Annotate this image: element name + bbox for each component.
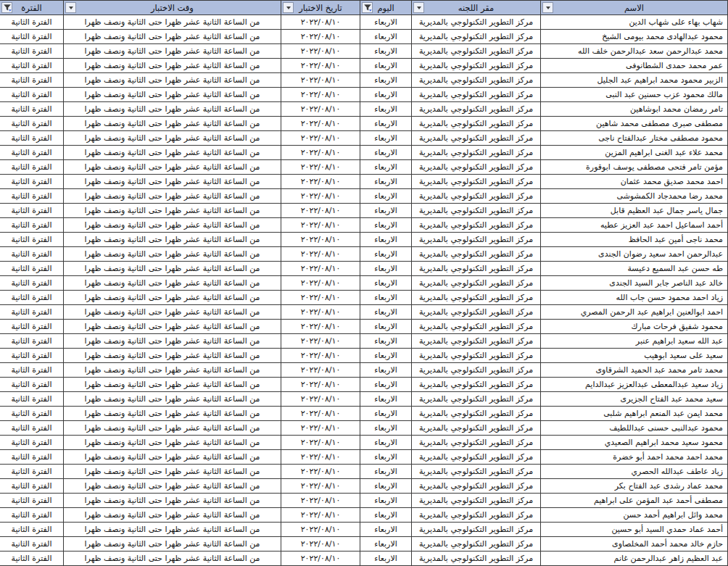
- name-cell[interactable]: سعيد على سعيد ابوهيب: [541, 349, 728, 363]
- committee-cell[interactable]: مركز التطوير التكنولوجي بالمديرية: [412, 479, 541, 494]
- time-cell[interactable]: من الساعة الثانية عشر ظهرا حتى الثانية و…: [64, 59, 281, 73]
- day-cell[interactable]: الاربعاء: [360, 479, 412, 494]
- filter-button-committee[interactable]: [413, 2, 424, 13]
- committee-cell[interactable]: مركز التطوير التكنولوجي بالمديرية: [412, 392, 541, 407]
- committee-cell[interactable]: مركز التطوير التكنولوجي بالمديرية: [412, 378, 541, 392]
- committee-cell[interactable]: مركز التطوير التكنولوجي بالمديرية: [412, 15, 541, 30]
- date-cell[interactable]: ٢٠٢٢/٠٨/١٠: [281, 537, 360, 552]
- date-cell[interactable]: ٢٠٢٢/٠٨/١٠: [281, 523, 360, 537]
- period-cell[interactable]: الفترة الثانية: [0, 552, 64, 566]
- time-cell[interactable]: من الساعة الثانية عشر ظهرا حتى الثانية و…: [64, 305, 281, 320]
- committee-cell[interactable]: مركز التطوير التكنولوجي بالمديرية: [412, 363, 541, 378]
- filter-button-period[interactable]: [1, 2, 12, 13]
- time-cell[interactable]: من الساعة الثانية عشر ظهرا حتى الثانية و…: [64, 291, 281, 305]
- time-cell[interactable]: من الساعة الثانية عشر ظهرا حتى الثانية و…: [64, 262, 281, 276]
- name-cell[interactable]: الزبير محمود محمد ابراهيم عبد الجليل: [541, 73, 728, 88]
- committee-cell[interactable]: مركز التطوير التكنولوجي بالمديرية: [412, 334, 541, 349]
- committee-cell[interactable]: مركز التطوير التكنولوجي بالمديرية: [412, 247, 541, 262]
- period-cell[interactable]: الفترة الثانية: [0, 450, 64, 465]
- name-cell[interactable]: محمد رضا محمدجاد الكمشوشى: [541, 189, 728, 204]
- date-cell[interactable]: ٢٠٢٢/٠٨/١٠: [281, 349, 360, 363]
- name-cell[interactable]: احمد ابوالعنين ابراهيم عبد الرحمن المصري: [541, 305, 728, 320]
- time-cell[interactable]: من الساعة الثانية عشر ظهرا حتى الثانية و…: [64, 146, 281, 160]
- name-cell[interactable]: أحمد اسماعيل احمد عبد العزيز عطيه: [541, 218, 728, 233]
- day-cell[interactable]: الاربعاء: [360, 436, 412, 450]
- date-cell[interactable]: ٢٠٢٢/٠٨/١٠: [281, 262, 360, 276]
- name-cell[interactable]: عبدالرحمن احمد سعيد رضوان الجندى: [541, 247, 728, 262]
- time-cell[interactable]: من الساعة الثانية عشر ظهرا حتى الثانية و…: [64, 233, 281, 247]
- day-cell[interactable]: الاربعاء: [360, 523, 412, 537]
- period-cell[interactable]: الفترة الثانية: [0, 233, 64, 247]
- day-cell[interactable]: الاربعاء: [360, 334, 412, 349]
- name-cell[interactable]: محمد احمد محمد احمد أبو خضرة: [541, 450, 728, 465]
- name-cell[interactable]: عبد الله سعيد ابراهيم عنبر: [541, 334, 728, 349]
- date-cell[interactable]: ٢٠٢٢/٠٨/١٠: [281, 334, 360, 349]
- date-cell[interactable]: ٢٠٢٢/٠٨/١٠: [281, 436, 360, 450]
- period-cell[interactable]: الفترة الثانية: [0, 73, 64, 88]
- time-cell[interactable]: من الساعة الثانية عشر ظهرا حتى الثانية و…: [64, 537, 281, 552]
- name-cell[interactable]: زياد عاطف عبدالله الحصري: [541, 465, 728, 479]
- committee-cell[interactable]: مركز التطوير التكنولوجي بالمديرية: [412, 436, 541, 450]
- time-cell[interactable]: من الساعة الثانية عشر ظهرا حتى الثانية و…: [64, 407, 281, 421]
- day-cell[interactable]: الاربعاء: [360, 276, 412, 291]
- date-cell[interactable]: ٢٠٢٢/٠٨/١٠: [281, 233, 360, 247]
- committee-cell[interactable]: مركز التطوير التكنولوجي بالمديرية: [412, 204, 541, 218]
- filter-button-date[interactable]: [283, 2, 294, 13]
- period-cell[interactable]: الفترة الثانية: [0, 204, 64, 218]
- committee-cell[interactable]: مركز التطوير التكنولوجي بالمديرية: [412, 262, 541, 276]
- period-cell[interactable]: الفترة الثانية: [0, 465, 64, 479]
- day-cell[interactable]: الاربعاء: [360, 349, 412, 363]
- name-cell[interactable]: محمود شفيق فرحات مبارك: [541, 320, 728, 334]
- filter-button-name[interactable]: [542, 2, 553, 13]
- name-cell[interactable]: زياد احمد محمود حسن جاب الله: [541, 291, 728, 305]
- committee-cell[interactable]: مركز التطوير التكنولوجي بالمديرية: [412, 421, 541, 436]
- committee-cell[interactable]: مركز التطوير التكنولوجي بالمديرية: [412, 102, 541, 117]
- period-cell[interactable]: الفترة الثانية: [0, 436, 64, 450]
- committee-cell[interactable]: مركز التطوير التكنولوجي بالمديرية: [412, 320, 541, 334]
- day-cell[interactable]: الاربعاء: [360, 320, 412, 334]
- time-cell[interactable]: من الساعة الثانية عشر ظهرا حتى الثانية و…: [64, 175, 281, 189]
- name-cell[interactable]: محمد ناجى أمين عبد الحافظ: [541, 233, 728, 247]
- day-cell[interactable]: الاربعاء: [360, 88, 412, 102]
- date-cell[interactable]: ٢٠٢٢/٠٨/١٠: [281, 407, 360, 421]
- committee-cell[interactable]: مركز التطوير التكنولوجي بالمديرية: [412, 44, 541, 59]
- name-cell[interactable]: احمد محمد صديق محمد عثمان: [541, 175, 728, 189]
- column-header-day[interactable]: اليوم: [360, 1, 412, 15]
- date-cell[interactable]: ٢٠٢٢/٠٨/١٠: [281, 247, 360, 262]
- date-cell[interactable]: ٢٠٢٢/٠٨/١٠: [281, 479, 360, 494]
- column-header-date[interactable]: تاريخ الاختبار: [281, 1, 360, 15]
- name-cell[interactable]: محمود عبدالنبى حسنى عبداللطيف: [541, 421, 728, 436]
- time-cell[interactable]: من الساعة الثانية عشر ظهرا حتى الثانية و…: [64, 15, 281, 30]
- date-cell[interactable]: ٢٠٢٢/٠٨/١٠: [281, 218, 360, 233]
- period-cell[interactable]: الفترة الثانية: [0, 523, 64, 537]
- day-cell[interactable]: الاربعاء: [360, 102, 412, 117]
- committee-cell[interactable]: مركز التطوير التكنولوجي بالمديرية: [412, 160, 541, 175]
- date-cell[interactable]: ٢٠٢٢/٠٨/١٠: [281, 276, 360, 291]
- day-cell[interactable]: الاربعاء: [360, 146, 412, 160]
- period-cell[interactable]: الفترة الثانية: [0, 117, 64, 131]
- date-cell[interactable]: ٢٠٢٢/٠٨/١٠: [281, 305, 360, 320]
- time-cell[interactable]: من الساعة الثانية عشر ظهرا حتى الثانية و…: [64, 392, 281, 407]
- day-cell[interactable]: الاربعاء: [360, 218, 412, 233]
- name-cell[interactable]: محمد علاء عبد الغنى ابراهيم المزين: [541, 146, 728, 160]
- date-cell[interactable]: ٢٠٢٢/٠٨/١٠: [281, 291, 360, 305]
- committee-cell[interactable]: مركز التطوير التكنولوجي بالمديرية: [412, 117, 541, 131]
- name-cell[interactable]: خالد عبد الناصر جابر السيد الجندى: [541, 276, 728, 291]
- time-cell[interactable]: من الساعة الثانية عشر ظهرا حتى الثانية و…: [64, 436, 281, 450]
- period-cell[interactable]: الفترة الثانية: [0, 508, 64, 523]
- period-cell[interactable]: الفترة الثانية: [0, 349, 64, 363]
- committee-cell[interactable]: مركز التطوير التكنولوجي بالمديرية: [412, 450, 541, 465]
- date-cell[interactable]: ٢٠٢٢/٠٨/١٠: [281, 59, 360, 73]
- column-header-time[interactable]: وقت الاختبار: [64, 1, 281, 15]
- column-header-committee[interactable]: مقر اللجنه: [412, 1, 541, 15]
- committee-cell[interactable]: مركز التطوير التكنولوجي بالمديرية: [412, 88, 541, 102]
- committee-cell[interactable]: مركز التطوير التكنولوجي بالمديرية: [412, 537, 541, 552]
- date-cell[interactable]: ٢٠٢٢/٠٨/١٠: [281, 15, 360, 30]
- committee-cell[interactable]: مركز التطوير التكنولوجي بالمديرية: [412, 407, 541, 421]
- name-cell[interactable]: أحمد عماد حمدي السيد أبو حسين: [541, 523, 728, 537]
- time-cell[interactable]: من الساعة الثانية عشر ظهرا حتى الثانية و…: [64, 494, 281, 508]
- period-cell[interactable]: الفترة الثانية: [0, 175, 64, 189]
- time-cell[interactable]: من الساعة الثانية عشر ظهرا حتى الثانية و…: [64, 88, 281, 102]
- period-cell[interactable]: الفترة الثانية: [0, 392, 64, 407]
- period-cell[interactable]: الفترة الثانية: [0, 146, 64, 160]
